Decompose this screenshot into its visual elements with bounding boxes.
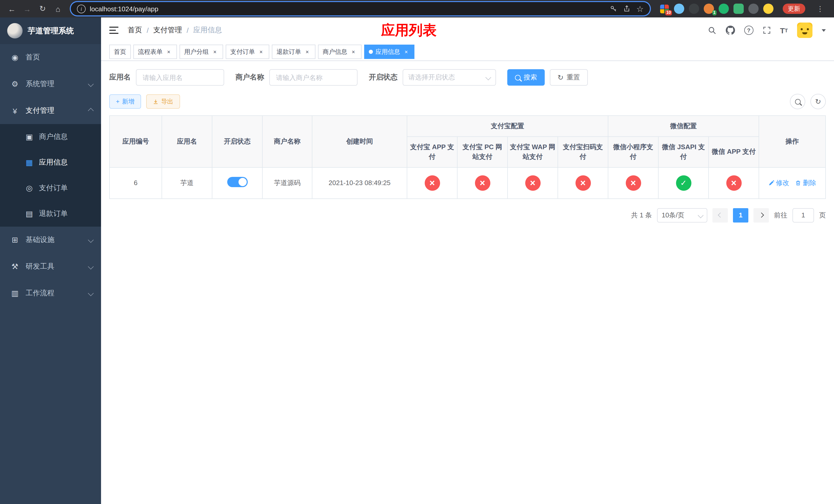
search-icon: [515, 75, 521, 80]
close-icon[interactable]: ×: [304, 48, 311, 55]
address-bar[interactable]: i localhost:1024/pay/app ☆: [71, 2, 650, 15]
wx-lite-status-icon: [626, 175, 641, 190]
sidebar-item-label: 支付管理: [26, 106, 83, 115]
next-page-button[interactable]: [753, 208, 769, 222]
home-icon[interactable]: ⌂: [51, 2, 65, 15]
sidebar-item-system[interactable]: ⚙ 系统管理: [0, 71, 101, 97]
goto-page-input[interactable]: [792, 208, 814, 222]
extension-icon-6[interactable]: [733, 4, 744, 14]
sidebar-item-app-info[interactable]: ▦ 应用信息: [0, 150, 101, 175]
search-icon[interactable]: [707, 26, 716, 35]
user-avatar[interactable]: [797, 23, 812, 38]
url-text: localhost:1024/pay/app: [90, 5, 158, 13]
wx-app-status-icon: [726, 175, 741, 190]
toggle-knob: [238, 178, 246, 186]
collapse-menu-icon[interactable]: [109, 27, 118, 34]
edit-button[interactable]: 修改: [768, 178, 789, 187]
plus-icon: +: [116, 98, 119, 105]
download-icon: [153, 99, 158, 104]
extensions-area: 10 1: [659, 4, 773, 14]
tab-refund-orders[interactable]: 退款订单 ×: [272, 45, 315, 59]
chrome-update-button[interactable]: 更新: [783, 4, 805, 14]
forward-icon[interactable]: →: [21, 2, 34, 15]
sidebar-item-workflow[interactable]: ▥ 工作流程: [0, 280, 101, 306]
cell-app-id: 6: [110, 167, 162, 199]
prev-page-button[interactable]: [712, 208, 728, 222]
add-button[interactable]: + 新增: [109, 94, 141, 109]
sidebar-item-dev-tools[interactable]: ⚒ 研发工具: [0, 253, 101, 280]
extension-icon-3[interactable]: [689, 4, 699, 14]
breadcrumb-payment[interactable]: 支付管理: [153, 26, 182, 35]
tab-pay-orders[interactable]: 支付订单 ×: [226, 45, 269, 59]
close-icon[interactable]: ×: [403, 48, 410, 55]
card-icon: ▣: [25, 132, 34, 141]
status-toggle[interactable]: [227, 177, 247, 187]
close-icon[interactable]: ×: [211, 48, 219, 55]
sidebar-item-payment[interactable]: ¥ 支付管理: [0, 97, 101, 124]
sidebar: 芋道管理系统 ◉ 首页 ⚙ 系统管理 ¥ 支付管理: [0, 18, 101, 504]
extension-icon-7[interactable]: [748, 4, 759, 14]
password-key-icon[interactable]: [610, 5, 617, 12]
page-title: 应用列表: [381, 21, 437, 40]
cell-alipay-app: [407, 167, 457, 199]
refresh-table-button[interactable]: ↻: [810, 94, 826, 109]
sidebar-item-merchant-info[interactable]: ▣ 商户信息: [0, 124, 101, 150]
page-size-select[interactable]: 10条/页: [657, 208, 707, 222]
chevron-down-icon: [88, 237, 94, 243]
col-wx-app: 微信 APP 支付: [708, 136, 759, 167]
bookmark-star-icon[interactable]: ☆: [636, 4, 644, 14]
current-page-button[interactable]: 1: [733, 208, 748, 222]
avatar-caret-icon[interactable]: [822, 29, 826, 31]
delete-button[interactable]: 删除: [795, 178, 816, 187]
breadcrumb-home[interactable]: 首页: [128, 26, 142, 35]
github-icon[interactable]: [725, 26, 735, 35]
tab-merchant-info[interactable]: 商户信息 ×: [318, 45, 361, 59]
close-icon[interactable]: ×: [258, 48, 265, 55]
font-size-icon[interactable]: TT: [780, 26, 788, 35]
sidebar-item-label: 应用信息: [39, 158, 68, 167]
status-select[interactable]: 请选择开启状态: [403, 69, 496, 86]
active-dot: [369, 50, 373, 54]
reload-icon[interactable]: ↻: [36, 2, 49, 15]
sidebar-item-refund-orders[interactable]: ▤ 退款订单: [0, 201, 101, 227]
toggle-search-button[interactable]: [790, 94, 805, 109]
help-icon[interactable]: ?: [744, 26, 753, 35]
app-name-input[interactable]: [136, 69, 224, 86]
tab-app-info[interactable]: 应用信息 ×: [364, 45, 414, 59]
merchant-name-input[interactable]: [269, 69, 357, 86]
tab-home[interactable]: 首页: [109, 45, 131, 59]
col-wx-lite: 微信小程序支付: [608, 136, 658, 167]
close-icon[interactable]: ×: [350, 48, 357, 55]
tab-user-group[interactable]: 用户分组 ×: [179, 45, 223, 59]
chevron-right-icon: [759, 212, 764, 217]
fullscreen-icon[interactable]: [763, 26, 771, 35]
goto-label: 前往: [774, 210, 787, 220]
document-icon: ▤: [25, 209, 34, 219]
gear-icon: ⚙: [10, 79, 20, 89]
chevron-down-icon: [698, 212, 704, 218]
pagination-total: 共 1 条: [631, 210, 652, 220]
extension-icon-1[interactable]: 10: [659, 4, 670, 14]
extension-icon-8[interactable]: [763, 4, 773, 14]
site-info-icon[interactable]: i: [77, 4, 86, 13]
sidebar-item-home[interactable]: ◉ 首页: [0, 44, 101, 71]
extension-icon-4[interactable]: 1: [704, 4, 714, 14]
extension-icon-2[interactable]: [674, 4, 684, 14]
sidebar-item-pay-orders[interactable]: ◎ 支付订单: [0, 175, 101, 201]
export-button[interactable]: 导出: [146, 94, 180, 109]
close-icon[interactable]: ×: [165, 48, 172, 55]
chrome-menu-icon[interactable]: ⋮: [811, 2, 829, 15]
sidebar-item-infrastructure[interactable]: ⊞ 基础设施: [0, 227, 101, 253]
cell-app-name: 芋道: [162, 167, 212, 199]
col-group-alipay: 支付宝配置: [407, 116, 608, 136]
back-icon[interactable]: ←: [5, 2, 19, 15]
search-button[interactable]: 搜索: [507, 69, 545, 86]
search-icon: [795, 99, 800, 104]
reset-button[interactable]: ↻ 重置: [550, 69, 588, 86]
app-window: 芋道管理系统 ◉ 首页 ⚙ 系统管理 ¥ 支付管理: [0, 18, 834, 504]
extension-icon-5[interactable]: [719, 4, 729, 14]
share-icon[interactable]: [623, 5, 630, 12]
tab-process-form[interactable]: 流程表单 ×: [133, 45, 177, 59]
table-row: 6 芋道 芋道源码 2021-10-23 08:49:25: [110, 167, 826, 199]
tab-label: 用户分组: [184, 47, 209, 56]
